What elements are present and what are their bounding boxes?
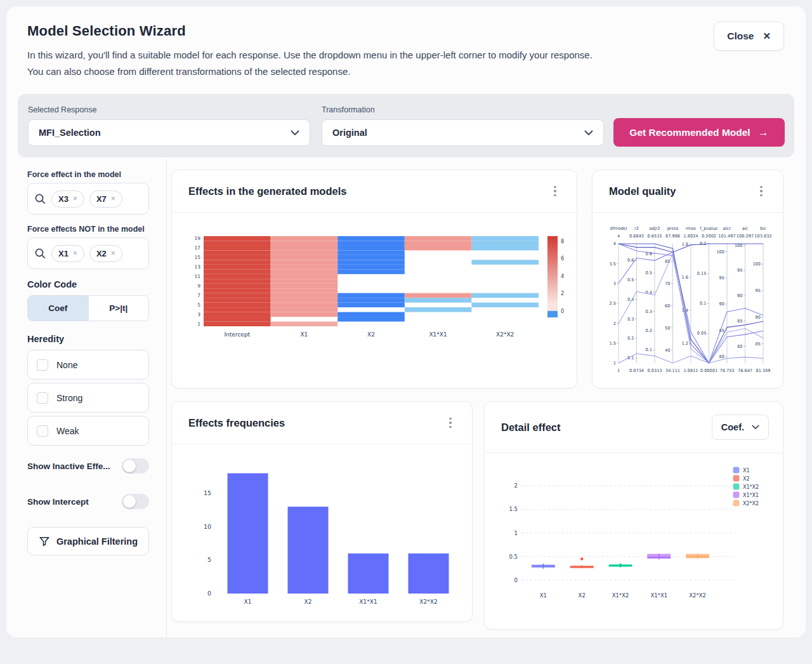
svg-text:0: 0 — [207, 590, 211, 597]
svg-text:6: 6 — [561, 256, 564, 262]
chip-remove-icon[interactable]: × — [111, 194, 115, 203]
svg-text:70: 70 — [665, 281, 670, 286]
color-code-option-pvalue[interactable]: P>|t| — [88, 296, 149, 321]
color-code-segmented-control: Coef P>|t| — [27, 295, 149, 321]
kebab-menu-icon[interactable] — [443, 415, 458, 430]
svg-text:1.5: 1.5 — [610, 341, 617, 346]
svg-text:0.0734: 0.0734 — [629, 368, 644, 373]
close-icon: ✕ — [763, 30, 771, 42]
heredity-label: Heredity — [27, 334, 149, 344]
toggle-knob — [123, 495, 136, 508]
detail-effect-metric-dropdown[interactable]: Coef. — [712, 415, 769, 440]
chip-remove-icon[interactable]: × — [111, 249, 115, 258]
svg-text:4: 4 — [561, 274, 564, 279]
svg-text:0.15: 0.15 — [697, 271, 707, 276]
cta-label: Get Recommended Model — [629, 127, 750, 138]
svg-text:15: 15 — [194, 255, 200, 260]
heredity-option-none[interactable]: None — [27, 350, 149, 380]
svg-text:19: 19 — [194, 236, 200, 241]
force-out-input[interactable]: X1× X2× — [27, 237, 149, 269]
kebab-menu-icon[interactable] — [754, 183, 769, 199]
svg-text:0.3: 0.3 — [627, 317, 634, 322]
svg-text:5: 5 — [207, 556, 211, 563]
svg-text:0.5: 0.5 — [509, 554, 518, 560]
option-label: Weak — [56, 426, 79, 436]
svg-text:X2: X2 — [743, 476, 750, 482]
svg-text:X2*X2: X2*X2 — [743, 501, 759, 507]
close-button[interactable]: Close ✕ — [714, 22, 784, 51]
svg-text:1.0811: 1.0811 — [683, 368, 698, 373]
svg-text:60: 60 — [665, 303, 670, 309]
svg-text:0.05: 0.05 — [697, 331, 707, 336]
color-code-option-coef[interactable]: Coef — [28, 296, 88, 321]
svg-text:100: 100 — [716, 249, 724, 255]
svg-text:95: 95 — [719, 276, 724, 281]
svg-text:8: 8 — [561, 239, 564, 244]
svg-text:0.00001: 0.00001 — [700, 368, 717, 373]
get-recommended-model-button[interactable]: Get Recommended Model → — [613, 118, 785, 147]
svg-text:3: 3 — [613, 281, 616, 286]
svg-text:5: 5 — [197, 302, 200, 308]
svg-text:85: 85 — [756, 342, 761, 347]
card-title: Effects in the generated models — [188, 185, 346, 197]
chip-label: X7 — [96, 194, 107, 204]
svg-text:11: 11 — [194, 274, 200, 279]
svg-text:0.6515: 0.6515 — [647, 234, 662, 239]
detail-metric-value: Coef. — [721, 422, 744, 432]
chip-label: X1 — [58, 249, 69, 258]
show-inactive-effects-label: Show Inactive Effe... — [27, 461, 110, 471]
chip-x3[interactable]: X3× — [51, 190, 84, 208]
chip-x1[interactable]: X1× — [51, 245, 84, 262]
show-intercept-label: Show Intercept — [27, 497, 89, 507]
toggle-knob — [123, 460, 136, 472]
svg-text:rmse: rmse — [686, 226, 697, 231]
selected-response-dropdown[interactable]: MFI_Selection — [28, 119, 310, 146]
svg-text:50: 50 — [665, 326, 670, 331]
checkbox[interactable] — [37, 392, 48, 404]
svg-text:40: 40 — [665, 348, 670, 353]
show-inactive-effects-toggle[interactable] — [122, 458, 149, 474]
graphical-filtering-button[interactable]: Graphical Filtering — [27, 527, 149, 555]
heredity-option-strong[interactable]: Strong — [27, 383, 149, 413]
chip-x2[interactable]: X2× — [89, 245, 122, 262]
effects-frequencies-bar-chart: 051015X1X2X1*X1X2*X2 — [190, 456, 462, 618]
show-intercept-toggle[interactable] — [122, 494, 149, 509]
svg-text:X1: X1 — [743, 468, 750, 474]
selected-response-value: MFI_Selection — [39, 128, 101, 138]
transformation-dropdown[interactable]: Original — [322, 119, 604, 146]
selected-response-label: Selected Response — [28, 105, 96, 114]
force-in-input[interactable]: X3× X7× — [27, 183, 149, 215]
svg-text:90: 90 — [756, 315, 761, 320]
effects-heatmap-chart: 191715131197531InterceptX1X2X1*X1X2*X286… — [182, 231, 568, 383]
svg-text:1: 1 — [197, 321, 200, 327]
svg-text:95: 95 — [756, 288, 761, 293]
chip-remove-icon[interactable]: × — [73, 249, 77, 258]
force-out-label: Force effects NOT in the model — [27, 225, 149, 234]
checkbox[interactable] — [37, 359, 48, 371]
svg-text:1.8024: 1.8024 — [683, 234, 698, 239]
svg-text:0.0313: 0.0313 — [647, 368, 662, 373]
kebab-menu-icon[interactable] — [547, 183, 563, 199]
sidebar: Force effect in the model X3× X7× Force … — [18, 159, 167, 637]
svg-text:0.6843: 0.6843 — [629, 234, 644, 239]
svg-text:90: 90 — [719, 302, 724, 307]
close-button-label: Close — [727, 30, 754, 42]
heredity-option-weak[interactable]: Weak — [27, 416, 149, 446]
svg-text:80: 80 — [719, 354, 724, 359]
svg-text:1.6: 1.6 — [682, 275, 689, 280]
svg-text:Intercept: Intercept — [224, 331, 250, 338]
model-selection-wizard: Model Selection Wizard In this wizard, y… — [6, 6, 806, 637]
svg-text:0.3: 0.3 — [646, 309, 653, 314]
chip-x7[interactable]: X7× — [89, 190, 122, 208]
svg-text:80: 80 — [737, 344, 742, 349]
checkbox[interactable] — [37, 425, 48, 437]
svg-text:2: 2 — [561, 291, 564, 296]
svg-text:4: 4 — [617, 234, 620, 239]
svg-text:0.2002: 0.2002 — [702, 234, 716, 239]
chip-remove-icon[interactable]: × — [73, 194, 77, 203]
svg-text:X2*X2: X2*X2 — [419, 599, 437, 605]
svg-text:X1: X1 — [244, 599, 252, 605]
card-title: Model quality — [609, 185, 676, 197]
svg-text:1: 1 — [617, 368, 620, 373]
svg-text:7: 7 — [197, 293, 200, 298]
